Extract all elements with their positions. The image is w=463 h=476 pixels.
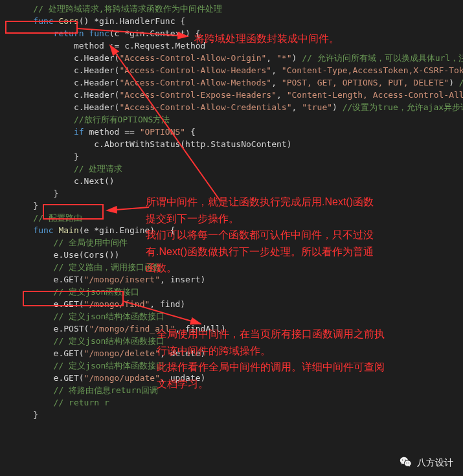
code-line: // 将路由信息return回调 xyxy=(13,384,463,396)
code-line: c.Header("Access-Control-Allow-Methods",… xyxy=(13,76,463,89)
code-line: c.Header("Access-Control-Allow-Headers",… xyxy=(13,64,463,76)
watermark: 八方设计 xyxy=(399,455,453,470)
code-line: c.AbortWithStatus(http.StatusNoContent) xyxy=(13,138,463,150)
code-line: // 配置路由 xyxy=(13,212,463,224)
code-line: } xyxy=(13,199,463,212)
code-line: e.GET("/mongo/update", update) xyxy=(13,372,463,384)
wechat-icon xyxy=(399,455,413,470)
code-line: return func(c *gin.Context) { xyxy=(13,27,463,40)
code-line: } xyxy=(13,187,463,199)
code-line: c.Header("Access-Control-Allow-Credentia… xyxy=(13,101,463,113)
code-line: //放行所有OPTIONS方法 xyxy=(13,113,463,126)
code-editor: // 处理跨域请求,将跨域请求函数作为中间件处理 func Cors() *gi… xyxy=(0,0,463,424)
code-line: if method == "OPTIONS" { xyxy=(13,126,463,138)
code-line: c.Header("Access-Control-Expose-Headers"… xyxy=(13,89,463,101)
code-line: e.GET("/mongo/insert", insert) xyxy=(13,273,463,286)
code-line: // 处理请求 xyxy=(13,163,463,175)
code-line: func Main(e *gin.Engine) { xyxy=(13,224,463,236)
code-line: func Cors() *gin.HandlerFunc { xyxy=(13,15,463,27)
code-line: e.GET("/mongo/delete", delete) xyxy=(13,347,463,359)
code-line: // return r xyxy=(13,396,463,409)
code-line: // 定义json结构体函数接口 xyxy=(13,359,463,372)
code-line: } xyxy=(13,409,463,421)
code-line: method := c.Request.Method xyxy=(13,40,463,52)
code-line: c.Next() xyxy=(13,175,463,187)
code-line: e.POST("/mongo/find_all", findAll) xyxy=(13,323,463,335)
code-line: e.GET("/mongo/find", find) xyxy=(13,298,463,310)
code-line: e.Use(Cors()) xyxy=(13,249,463,261)
code-line: } xyxy=(13,150,463,163)
code-line: c.Header("Access-Control-Allow-Origin", … xyxy=(13,52,463,64)
code-line: // 定义json结构体函数接口 xyxy=(13,310,463,323)
code-line: // 处理跨域请求,将跨域请求函数作为中间件处理 xyxy=(13,3,463,15)
code-line: // 定义json函数接口 xyxy=(13,286,463,298)
code-line: // 定义路由，调用接口函数 xyxy=(13,261,463,273)
code-line: // 定义json结构体函数接口 xyxy=(13,335,463,347)
code-line: // 全局使用中间件 xyxy=(13,236,463,249)
watermark-text: 八方设计 xyxy=(417,457,453,469)
